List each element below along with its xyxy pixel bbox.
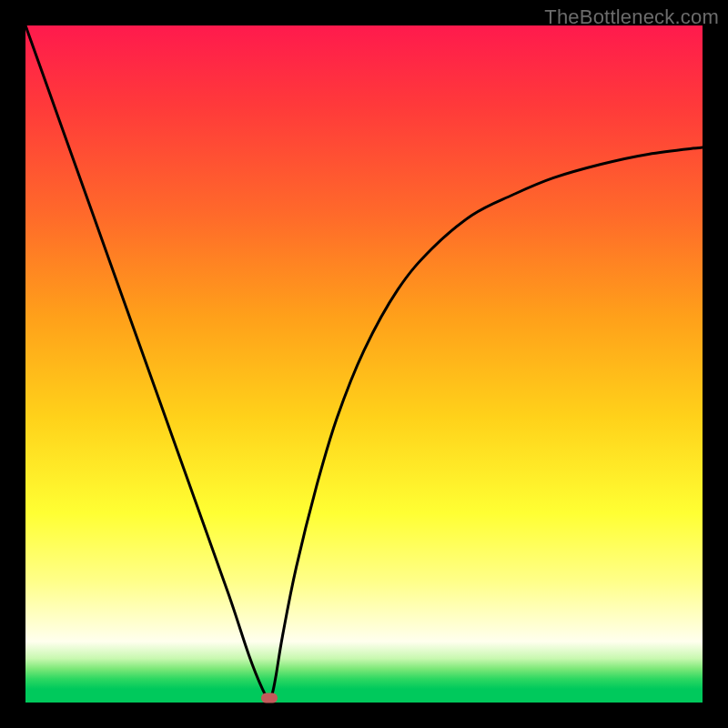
chart-plot-area	[25, 25, 703, 703]
chart-frame: TheBottleneck.com	[0, 0, 728, 728]
watermark-text: TheBottleneck.com	[544, 5, 719, 29]
valley-marker	[261, 693, 278, 703]
bottleneck-curve-path	[25, 25, 703, 699]
curve-svg	[25, 25, 703, 703]
